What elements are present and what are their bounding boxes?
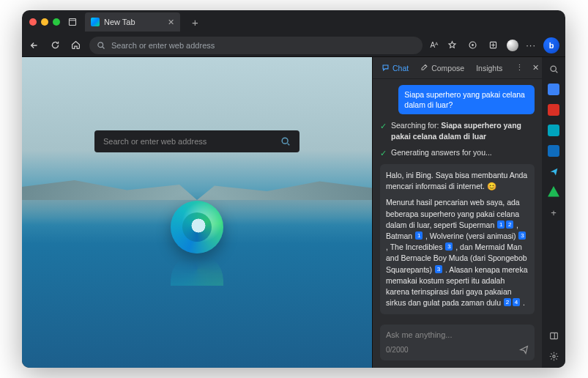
- rail-app-icon[interactable]: [548, 186, 559, 198]
- citation[interactable]: 1: [415, 231, 423, 240]
- ntp-search-box[interactable]: Search or enter web address: [94, 130, 299, 152]
- close-tab-icon[interactable]: ✕: [168, 18, 174, 27]
- compose-icon: [420, 64, 428, 72]
- svg-rect-0: [70, 19, 76, 26]
- send-icon[interactable]: [519, 345, 529, 355]
- tab-insights[interactable]: Insights: [472, 62, 507, 75]
- panel-tabs: Chat Compose Insights ⋮ ✕: [373, 57, 542, 79]
- rail-settings-icon[interactable]: [548, 350, 559, 362]
- minimize-window[interactable]: [41, 18, 48, 26]
- favorites-icon[interactable]: [445, 39, 458, 52]
- citation[interactable]: 1: [497, 220, 505, 229]
- close-window[interactable]: [29, 18, 37, 26]
- citation[interactable]: 2: [506, 220, 513, 229]
- svg-point-8: [552, 355, 554, 357]
- assistant-answer: Halo, ini Bing. Saya bisa membantu Anda …: [380, 164, 535, 315]
- rail-app-icon[interactable]: [548, 125, 559, 136]
- citation[interactable]: 4: [513, 298, 520, 306]
- ntp-search-placeholder: Search or enter web address: [103, 137, 206, 146]
- back-button[interactable]: [28, 39, 41, 52]
- user-message: Siapa superhero yang pakai celana dalam …: [398, 85, 535, 114]
- rail-app-icon[interactable]: [548, 84, 559, 95]
- tab-title: New Tab: [104, 18, 135, 26]
- svg-point-6: [551, 66, 556, 71]
- copilot-panel: Chat Compose Insights ⋮ ✕ Siapa superher…: [372, 57, 542, 368]
- search-icon: [280, 136, 291, 147]
- collections-icon[interactable]: [486, 39, 499, 52]
- check-icon: ✓: [380, 121, 387, 131]
- new-tab-button[interactable]: +: [187, 16, 203, 29]
- tab-compose[interactable]: Compose: [416, 62, 469, 75]
- chat-icon: [382, 64, 390, 72]
- citation[interactable]: 2: [504, 298, 511, 306]
- rail-send-icon[interactable]: [548, 166, 559, 177]
- read-aloud-icon[interactable]: Aᴬ: [430, 41, 438, 49]
- address-bar[interactable]: Search or enter web address: [89, 37, 423, 54]
- titlebar: New Tab ✕ +: [22, 10, 565, 34]
- svg-point-1: [98, 42, 103, 47]
- tab-overview-icon[interactable]: [67, 17, 78, 27]
- rail-split-icon[interactable]: [548, 330, 559, 341]
- more-menu[interactable]: ···: [526, 40, 536, 51]
- background-mountain: [22, 178, 197, 200]
- chat-input-placeholder: Ask me anything...: [386, 330, 529, 339]
- check-icon: ✓: [380, 148, 387, 158]
- svg-point-5: [282, 138, 288, 144]
- edge-logo-reflection: [171, 253, 223, 286]
- citation[interactable]: 3: [445, 242, 453, 251]
- rail-outlook-icon[interactable]: [548, 145, 559, 157]
- panel-body: Siapa superhero yang pakai celana dalam …: [373, 79, 542, 325]
- chat-input-box[interactable]: Ask me anything... 0/2000: [380, 325, 535, 360]
- sidebar-rail: +: [542, 57, 565, 368]
- citation[interactable]: 3: [518, 231, 526, 240]
- tab-chat[interactable]: Chat: [377, 62, 413, 75]
- panel-close-icon[interactable]: ✕: [529, 63, 542, 73]
- status-generating: ✓ Generating answers for you...: [380, 147, 535, 158]
- edge-logo: [171, 201, 223, 253]
- address-placeholder: Search or enter web address: [111, 41, 215, 50]
- toolbar-right: Aᴬ ··· b: [430, 37, 559, 53]
- maximize-window[interactable]: [53, 18, 60, 26]
- profile-avatar[interactable]: [507, 40, 518, 51]
- rail-app-icon[interactable]: [548, 104, 559, 116]
- navbar: Search or enter web address Aᴬ ··· b: [22, 34, 565, 57]
- svg-rect-7: [550, 333, 557, 338]
- refresh-button[interactable]: [48, 39, 62, 52]
- new-tab-page: Search or enter web address: [22, 57, 372, 368]
- rail-search-icon[interactable]: [548, 63, 559, 75]
- content-area: Search or enter web address Chat: [22, 57, 565, 368]
- browser-window: New Tab ✕ + Search or enter web address …: [22, 10, 565, 368]
- search-icon: [97, 41, 105, 50]
- char-counter: 0/2000: [386, 346, 409, 354]
- home-button[interactable]: [69, 39, 82, 52]
- background-mountain: [197, 178, 372, 200]
- panel-more-icon[interactable]: ⋮: [513, 63, 526, 73]
- svg-point-3: [472, 45, 473, 46]
- rail-add-icon[interactable]: +: [548, 207, 559, 218]
- browser-tab[interactable]: New Tab ✕: [85, 12, 180, 32]
- citation[interactable]: 3: [435, 265, 442, 273]
- tab-favicon: [91, 18, 100, 26]
- bing-sidebar-button[interactable]: b: [543, 37, 559, 53]
- extensions-icon[interactable]: [466, 39, 479, 52]
- window-controls: [29, 18, 60, 26]
- status-searching: ✓ Searching for: Siapa superhero yang pa…: [380, 120, 535, 141]
